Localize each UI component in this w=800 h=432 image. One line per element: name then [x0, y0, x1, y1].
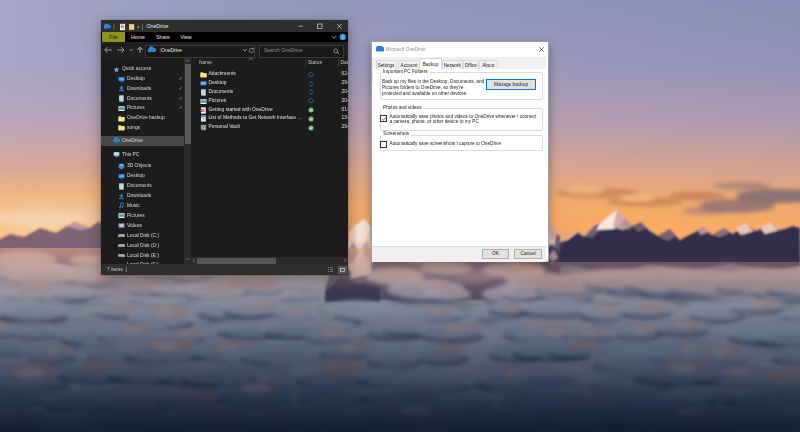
svg-text:PDF: PDF [200, 109, 205, 112]
